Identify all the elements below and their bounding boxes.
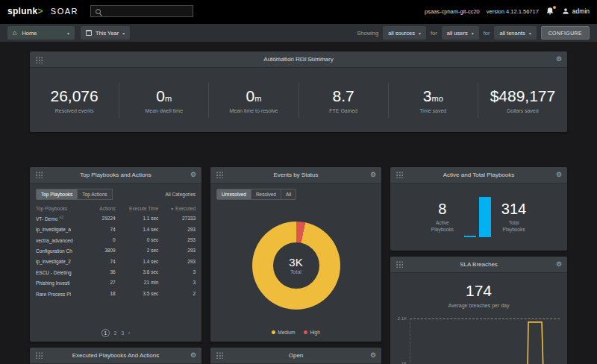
donut-total-label: Total — [290, 269, 301, 274]
donut-legend: Medium High — [210, 330, 381, 342]
gear-icon[interactable]: ⚙ — [370, 172, 376, 178]
col-top-playbooks[interactable]: Top Playbooks — [36, 204, 92, 213]
panel-title: SLA Breaches — [390, 261, 567, 268]
time-range-label: This Year — [96, 30, 119, 37]
table-row: VT- Demov2292241.1 sec27333 — [36, 213, 196, 224]
drag-handle-icon[interactable] — [35, 56, 43, 63]
panel-header: Automation ROI Summary 2021-01-01 - 2021… — [30, 51, 567, 68]
search-icon — [95, 8, 101, 15]
next-page-icon[interactable]: › — [128, 330, 130, 336]
gear-icon[interactable]: ⚙ — [190, 172, 196, 178]
time-range-dropdown[interactable]: This Year ▾ — [81, 26, 130, 40]
panel-title: Events by Status — [210, 172, 381, 178]
gear-icon[interactable]: ⚙ — [556, 56, 562, 63]
sources-value: all sources — [388, 30, 415, 37]
panel-active-total-playbooks: Active and Total Playbooks ⚙ 8 ActivePla… — [390, 167, 567, 251]
chevron-down-icon: ▾ — [122, 31, 125, 36]
tab-top-actions[interactable]: Top Actions — [78, 189, 112, 200]
legend-medium[interactable]: Medium — [272, 330, 295, 335]
tab-unresolved[interactable]: Unresolved — [216, 189, 251, 200]
users-dropdown[interactable]: all users ▾ — [442, 26, 479, 40]
panel-header: Open ⚙ — [210, 348, 381, 364]
category-filter[interactable]: All Categories — [166, 192, 196, 197]
drag-handle-icon[interactable] — [396, 171, 403, 178]
tenants-dropdown[interactable]: all tenants ▾ — [494, 26, 536, 40]
stat-mean-time-to-resolve: 0m Mean time to resolve — [209, 83, 298, 118]
active-total-body: 8 ActivePlaybooks 314 TotalPlaybooks — [390, 183, 567, 251]
chevron-down-icon: ▾ — [529, 31, 531, 36]
drag-handle-icon[interactable] — [396, 260, 403, 268]
sort-desc-icon: ▼ — [170, 207, 174, 211]
logo-caret: > — [37, 6, 43, 16]
panel-title: Top Playbooks and Actions — [30, 172, 201, 178]
legend-dot-high — [304, 330, 307, 334]
legend-dot-medium — [272, 330, 275, 334]
showing-label: Showing — [357, 30, 378, 37]
topbar: splunk> SOAR psaas-cpham-git-cc20 versio… — [0, 0, 597, 22]
version-label: version 4.12.1.56717 — [487, 8, 539, 15]
table-row: Configuration Ch38092 sec293 — [36, 245, 196, 256]
playbooks-table: Top Playbooks Actions Execute Time ▼ Exe… — [30, 203, 201, 327]
roi-stats: 26,076 Resolved events 0m Mean dwell tim… — [30, 68, 567, 132]
tab-resolved[interactable]: Resolved — [251, 189, 281, 200]
gear-icon[interactable]: ⚙ — [556, 261, 562, 268]
for-label: for — [431, 30, 437, 37]
dashboard-content: Automation ROI Summary 2021-01-01 - 2021… — [0, 43, 597, 364]
active-playbooks-stat: 8 ActivePlaybooks — [431, 201, 454, 233]
col-executed[interactable]: ▼ Executed — [158, 204, 196, 213]
drag-handle-icon[interactable] — [216, 171, 223, 178]
stat-mean-dwell-time: 0m Mean dwell time — [119, 83, 209, 118]
col-actions[interactable]: Actions — [92, 204, 115, 213]
table-row: ip_investigate_2741.4 sec293 — [36, 256, 196, 266]
home-dropdown[interactable]: ⌂ Home ▾ — [7, 26, 75, 40]
users-value: all users — [447, 30, 468, 37]
table-row: vectra_advanced00 sec293 — [36, 234, 196, 245]
donut-total-value: 3K — [289, 256, 302, 269]
events-tab-bar: Unresolved Resolved All — [210, 183, 381, 201]
gear-icon[interactable]: ⚙ — [370, 352, 376, 359]
page-1[interactable]: 1 — [101, 329, 110, 337]
page-3[interactable]: 3 — [121, 330, 124, 336]
drag-handle-icon[interactable] — [35, 171, 43, 178]
stat-resolved-events: 26,076 Resolved events — [30, 83, 119, 118]
panel-title: Executed Playbooks And Actions — [30, 352, 201, 359]
gear-icon[interactable]: ⚙ — [556, 172, 562, 178]
active-playbooks-value: 8 — [431, 201, 454, 218]
notifications-bell-icon[interactable] — [546, 7, 555, 16]
panel-header: Top Playbooks and Actions ⚙ — [30, 167, 201, 183]
col-execute-time[interactable]: Execute Time — [116, 204, 159, 213]
username: admin — [572, 7, 590, 15]
configure-button[interactable]: CONFIGURE — [541, 26, 590, 40]
home-label: Home — [22, 30, 63, 37]
user-menu[interactable]: admin — [562, 7, 590, 15]
sources-dropdown[interactable]: all sources ▾ — [383, 26, 426, 40]
events-donut-chart[interactable]: 3K Total — [252, 222, 340, 310]
legend-high[interactable]: High — [304, 330, 319, 335]
playbooks-bar-chart — [464, 197, 491, 237]
chevron-down-icon: ▾ — [419, 31, 421, 36]
tab-top-playbooks[interactable]: Top Playbooks — [36, 189, 78, 200]
panel-header: Events by Status ⚙ — [210, 167, 381, 183]
sla-body: 174 Average breaches per day 2.1K 1K — [390, 273, 567, 364]
sla-breaches-value: 174 — [466, 282, 492, 300]
panel-executed-playbooks: Executed Playbooks And Actions ⚙ 28.5K 2… — [30, 348, 201, 364]
instance-name: psaas-cpham-git-cc20 — [425, 8, 480, 15]
stat-fte-gained: 8.7 FTE Gained — [299, 83, 389, 118]
stat-time-saved: 3mo Time saved — [389, 83, 478, 118]
tab-all[interactable]: All — [281, 189, 296, 200]
panel-sla-breaches: SLA Breaches ⚙ 174 Average breaches per … — [390, 257, 567, 364]
total-playbooks-stat: 314 TotalPlaybooks — [501, 201, 526, 233]
pagination: 1 2 3 › — [30, 327, 201, 342]
drag-handle-icon[interactable] — [216, 351, 223, 359]
sla-line-chart — [410, 318, 560, 364]
sla-breaches-label: Average breaches per day — [448, 303, 510, 308]
panel-title: Open — [210, 352, 381, 359]
gear-icon[interactable]: ⚙ — [190, 352, 196, 359]
page-2[interactable]: 2 — [114, 330, 117, 336]
chevron-down-icon: ▾ — [472, 31, 474, 36]
notification-badge — [553, 6, 556, 9]
bar-total — [479, 197, 491, 237]
search-input[interactable] — [105, 8, 189, 15]
global-search[interactable] — [90, 5, 193, 17]
drag-handle-icon[interactable] — [35, 351, 43, 359]
